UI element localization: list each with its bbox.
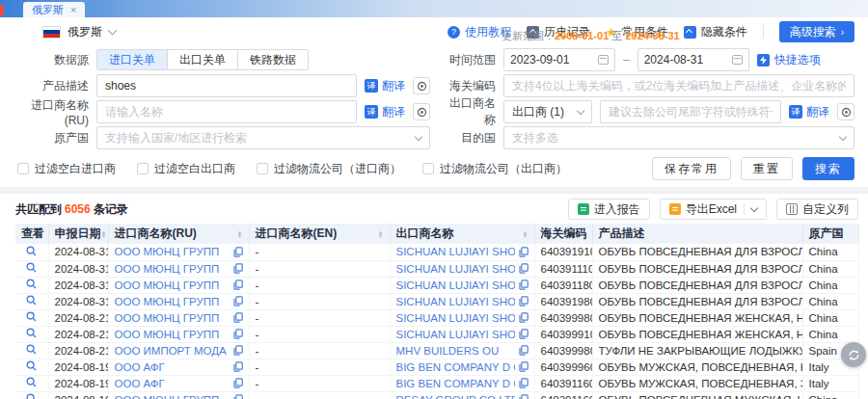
importer-ru-cell[interactable]: ООО МЮНЦ ГРУПП: [108, 277, 249, 293]
copy-icon[interactable]: [233, 329, 243, 339]
copy-icon[interactable]: [233, 378, 243, 388]
checkbox-filter-logistics-exporter[interactable]: 过滤物流公司（出口商）: [422, 161, 567, 177]
match-mode-icon[interactable]: [413, 77, 430, 94]
exporter-cell[interactable]: SICHUAN LUJIAYI SHOES CO LTD: [390, 277, 534, 293]
exporter-cell[interactable]: SICHUAN LUJIAYI SHOES CO LTD: [390, 260, 534, 277]
chevron-down-icon[interactable]: [750, 203, 758, 211]
checkbox-filter-blank-exporter[interactable]: 过滤空白出口商: [137, 161, 235, 177]
hs-code-input[interactable]: [503, 74, 854, 97]
translate-button[interactable]: 译 翻译: [365, 78, 405, 94]
table-row[interactable]: 2024-08-19 ООО АФГ - BIG BEN COMPANY D O…: [15, 359, 858, 375]
importer-ru-cell[interactable]: ООО АФГ: [108, 359, 249, 375]
date-from-input[interactable]: 2023-09-01: [503, 48, 615, 71]
importer-ru-cell[interactable]: ООО МЮНЦ ГРУПП: [108, 260, 249, 277]
importer-input[interactable]: [96, 100, 357, 123]
table-row[interactable]: 2024-08-31 ООО МЮНЦ ГРУПП - SICHUAN LUJI…: [15, 244, 858, 260]
table-row[interactable]: 2024-08-19 ООО АФГ - BIG BEN COMPANY D O…: [15, 375, 858, 391]
magnifier-icon[interactable]: [26, 393, 37, 399]
view-cell[interactable]: [15, 391, 48, 399]
view-cell[interactable]: [15, 326, 48, 342]
copy-icon[interactable]: [519, 361, 529, 372]
exporter-cell[interactable]: SICHUAN LUJIAYI SHOES CO LTD: [390, 293, 534, 309]
exporter-cell[interactable]: SICHUAN LUJIAYI SHOES CO LTD: [390, 309, 534, 326]
origin-country-select[interactable]: 支持输入国家/地区进行检索: [96, 126, 430, 149]
table-row[interactable]: 2024-08-31 ООО МЮНЦ ГРУПП - SICHUAN LUJI…: [15, 260, 858, 277]
copy-icon[interactable]: [233, 263, 243, 274]
magnifier-icon[interactable]: [26, 311, 37, 322]
copy-icon[interactable]: [519, 345, 529, 356]
copy-icon[interactable]: [519, 263, 529, 274]
export-excel-button[interactable]: 导出Excel: [660, 199, 767, 220]
checkbox-icon[interactable]: [422, 163, 434, 174]
importer-ru-cell[interactable]: ООО МЮНЦ ГРУПП: [108, 309, 249, 326]
sort-icon[interactable]: ▲▼: [523, 230, 529, 238]
copy-icon[interactable]: [233, 296, 243, 306]
exporter-cell[interactable]: BIG BEN COMPANY D O O FROM BEST T: [390, 359, 534, 375]
view-cell[interactable]: [15, 293, 48, 309]
copy-icon[interactable]: [233, 394, 243, 399]
copy-icon[interactable]: [519, 329, 529, 339]
tab-import-declarations[interactable]: 进口关单: [97, 50, 168, 69]
table-row[interactable]: 2024-08-31 ООО МЮНЦ ГРУПП - SICHUAN LUJI…: [15, 293, 858, 309]
save-common-button[interactable]: 保存常用: [652, 157, 731, 180]
checkbox-icon[interactable]: [257, 163, 268, 174]
table-row[interactable]: 2024-08-21 ООО ИМПОРТ МОДА - MHV BUILDER…: [15, 342, 858, 359]
match-mode-icon[interactable]: [413, 103, 430, 120]
view-cell[interactable]: [15, 277, 48, 293]
magnifier-icon[interactable]: [26, 295, 37, 306]
view-cell[interactable]: [15, 244, 48, 260]
close-icon[interactable]: ×: [70, 4, 76, 15]
exporter-type-select[interactable]: 出口商 (1): [503, 100, 592, 123]
view-cell[interactable]: [15, 359, 48, 375]
quick-options-link[interactable]: 快捷选项: [757, 52, 821, 68]
copy-icon[interactable]: [519, 296, 529, 306]
checkbox-icon[interactable]: [17, 163, 29, 174]
table-row[interactable]: 2024-08-31 ООО МЮНЦ ГРУПП - SICHUAN LUJI…: [15, 277, 858, 293]
importer-ru-cell[interactable]: ООО МЮНЦ ГРУПП: [108, 391, 249, 399]
customize-columns-button[interactable]: 自定义列: [776, 199, 858, 220]
country-selector[interactable]: 俄罗斯: [42, 24, 116, 40]
floating-refresh-widget[interactable]: [841, 342, 866, 367]
col-exporter[interactable]: 出口商名称▲▼: [390, 224, 534, 244]
translate-button-2[interactable]: 译 翻译: [365, 104, 405, 120]
exporter-input[interactable]: [600, 100, 781, 123]
importer-ru-cell[interactable]: ООО ИМПОРТ МОДА: [108, 342, 249, 359]
tab-russia[interactable]: 俄罗斯 ×: [23, 2, 85, 17]
importer-ru-cell[interactable]: ООО АФГ: [108, 375, 249, 391]
view-cell[interactable]: [15, 260, 48, 277]
copy-icon[interactable]: [233, 247, 243, 257]
exporter-cell[interactable]: BIG BEN COMPANY D O O FROM BEST T: [390, 375, 534, 391]
table-row[interactable]: 2024-08-19 ООО МЮНЦ ГРУПП - DESAY GROUP …: [15, 391, 858, 399]
importer-ru-cell[interactable]: ООО МЮНЦ ГРУПП: [108, 326, 249, 342]
copy-icon[interactable]: [233, 361, 243, 372]
magnifier-icon[interactable]: [26, 360, 37, 371]
checkbox-icon[interactable]: [137, 163, 149, 174]
exporter-cell[interactable]: SICHUAN LUJIAYI SHOES CO LTD: [390, 326, 534, 342]
table-row[interactable]: 2024-08-21 ООО МЮНЦ ГРУПП - SICHUAN LUJI…: [15, 326, 858, 342]
sort-icon[interactable]: ▲▼: [378, 230, 384, 238]
checkbox-filter-logistics-importer[interactable]: 过滤物流公司（进口商）: [257, 161, 401, 177]
copy-icon[interactable]: [233, 279, 243, 290]
exporter-cell[interactable]: SICHUAN LUJIAYI SHOES CO LTD: [390, 244, 534, 260]
exporter-cell[interactable]: DESAY GROUP CO LTD: [390, 391, 534, 399]
checkbox-filter-blank-importer[interactable]: 过滤空白进口商: [17, 161, 116, 177]
importer-ru-cell[interactable]: ООО МЮНЦ ГРУПП: [108, 244, 249, 260]
col-date[interactable]: 申报日期▲▼: [48, 224, 108, 244]
hide-conditions-link[interactable]: 隐藏条件: [684, 24, 747, 40]
sort-icon[interactable]: ▲▼: [237, 230, 243, 238]
view-cell[interactable]: [15, 375, 48, 391]
enter-report-button[interactable]: 进入报告: [568, 199, 650, 220]
sort-icon[interactable]: ▲▼: [101, 230, 107, 238]
copy-icon[interactable]: [519, 279, 529, 290]
copy-icon[interactable]: [233, 345, 243, 356]
col-importer-en[interactable]: 进口商名称(EN)▲▼: [249, 224, 390, 244]
copy-icon[interactable]: [233, 312, 243, 323]
view-cell[interactable]: [15, 309, 48, 326]
reset-button[interactable]: 重置: [741, 157, 793, 180]
tab-export-declarations[interactable]: 出口关单: [168, 50, 238, 69]
destination-select[interactable]: 支持多选: [503, 126, 854, 149]
copy-icon[interactable]: [519, 394, 529, 399]
magnifier-icon[interactable]: [26, 246, 37, 256]
importer-ru-cell[interactable]: ООО МЮНЦ ГРУПП: [108, 293, 249, 309]
magnifier-icon[interactable]: [26, 262, 37, 273]
